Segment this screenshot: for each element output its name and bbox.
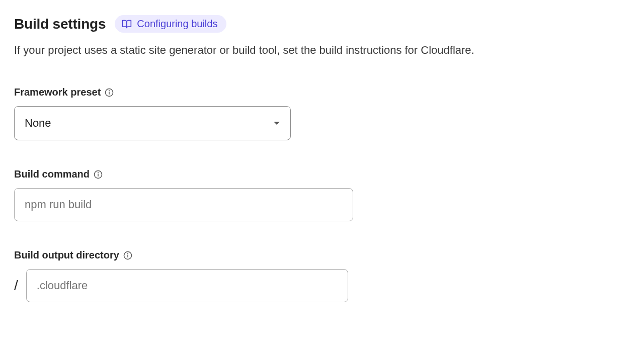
section-description: If your project uses a static site gener… (14, 42, 630, 58)
build-command-label: Build command (14, 168, 90, 180)
docs-link-label: Configuring builds (137, 18, 217, 30)
info-icon[interactable] (94, 170, 103, 179)
build-command-input[interactable] (14, 188, 353, 221)
build-output-directory-input[interactable] (26, 269, 348, 302)
configuring-builds-link[interactable]: Configuring builds (115, 15, 226, 33)
build-command-field: Build command (14, 168, 630, 221)
book-icon (122, 19, 132, 29)
build-output-directory-field: Build output directory / (14, 249, 630, 302)
framework-preset-label: Framework preset (14, 86, 101, 98)
svg-point-5 (98, 172, 99, 172)
svg-point-8 (128, 253, 128, 253)
info-icon[interactable] (123, 251, 132, 260)
path-prefix: / (14, 278, 18, 294)
framework-preset-field: Framework preset None (14, 86, 630, 140)
svg-point-2 (109, 90, 110, 91)
build-output-directory-label: Build output directory (14, 249, 119, 261)
section-title: Build settings (14, 16, 106, 32)
framework-preset-value: None (25, 117, 51, 130)
framework-preset-select[interactable]: None (14, 106, 291, 140)
info-icon[interactable] (105, 88, 114, 97)
